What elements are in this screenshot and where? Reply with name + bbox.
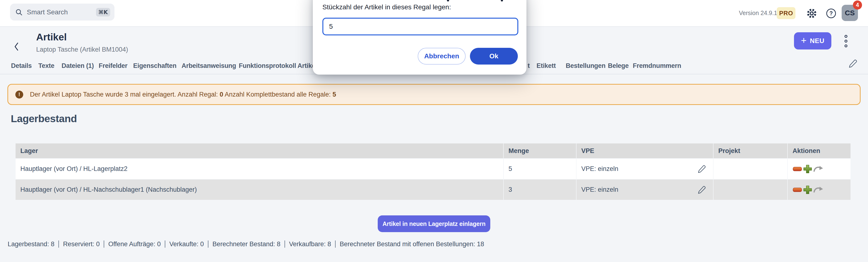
cell-menge: 5 [504,159,576,179]
version-label: Version 24.9.1 [739,9,777,16]
kebab-dot [844,40,847,43]
dialog-actions: Abbrechen Ok [418,48,518,65]
store-in-new-location-button[interactable]: Artikel in neuen Lagerplatz einlagern [378,215,490,232]
cell-vpe: VPE: einzeln [577,159,713,179]
tab-belege[interactable]: Belege [608,62,629,70]
cell-vpe: VPE: einzeln [577,180,713,200]
minus-icon [793,185,802,195]
kebab-dot [844,44,847,47]
stueckzahl-input[interactable] [322,18,518,35]
add-stock-button[interactable] [803,185,812,195]
alert-count-all: 5 [333,91,336,98]
tab-details[interactable]: Details [11,62,32,70]
summary-verkaufbare: Verkaufbare: 8 [289,240,331,248]
table-header-row: Lager Menge VPE Projekt Aktionen [16,143,850,158]
redo-arrow-icon [813,186,824,194]
alert-message: Der Artikel Laptop Tasche wurde 3 mal ei… [30,91,336,98]
chevron-left-icon [13,42,20,51]
cutoff-title-descender [501,0,503,1]
col-menge: Menge [504,143,576,158]
redo-arrow-icon [813,165,824,173]
minus-icon [793,164,802,174]
ok-button[interactable]: Ok [470,48,518,65]
cell-menge: 3 [504,180,576,200]
edit-pencil-icon[interactable] [848,59,858,68]
col-aktionen: Aktionen [788,143,850,158]
summary-offene-auftraege: Offene Aufträge: 0 [108,240,161,248]
summary-berechneter-bestand: Berechneter Bestand: 8 [212,240,280,248]
section-title: Lagerbestand [11,113,77,124]
divider [335,240,336,248]
cell-aktionen [788,180,850,200]
page-title: Artikel [36,32,67,43]
summary-lagerbestand: Lagerbestand: 8 [8,240,54,248]
tab-texte[interactable]: Texte [38,62,54,70]
summary-verkaufte: Verkaufte: 0 [169,240,204,248]
tab-funktionsprotokoll[interactable]: Funktionsprotokoll [239,62,296,70]
add-stock-button[interactable] [803,164,812,174]
search-shortcut-badge: ⌘K [96,8,110,16]
summary-bestand-offene-bestellungen: Berechneter Bestand mit offenen Bestellu… [340,240,484,248]
tab-fremdnummern[interactable]: Fremdnummern [633,62,681,70]
divider [58,240,59,248]
new-article-button[interactable]: + NEU [794,32,831,49]
edit-vpe-button[interactable] [697,164,706,174]
table-row: Hauptlager (vor Ort) / HL-Nachschublager… [16,180,850,200]
table-row: Hauptlager (vor Ort) / HL-Lagerplatz2 5 … [16,159,850,179]
back-button[interactable] [13,42,21,52]
tab-arbeitsanweisung[interactable]: Arbeitsanweisung [182,62,236,70]
cell-lager: Hauptlager (vor Ort) / HL-Lagerplatz2 [16,159,503,179]
summary-reserviert: Reserviert: 0 [63,240,100,248]
divider [104,240,104,248]
cell-projekt [714,159,787,179]
remove-stock-button[interactable] [793,185,802,195]
alert-count-regal: 0 [220,91,223,98]
plus-icon [803,185,812,195]
stock-table: Lager Menge VPE Projekt Aktionen Hauptla… [15,143,851,200]
tab-etikett[interactable]: Etikett [536,62,556,70]
move-stock-button[interactable] [813,186,824,194]
notification-badge: 4 [853,0,862,9]
col-projekt: Projekt [714,143,787,158]
stueckzahl-dialog: Stückzahl der Artikel in dieses Regal le… [313,0,526,75]
tab-fragment[interactable]: t [528,62,530,70]
warning-icon: ! [15,90,23,99]
avatar-initials: CS [845,9,855,17]
more-options-menu[interactable] [843,35,848,47]
plus-icon: + [801,36,806,45]
warning-alert: ! Der Artikel Laptop Tasche wurde 3 mal … [7,84,861,105]
stock-summary-footer: Lagerbestand: 8 Reserviert: 0 Offene Auf… [8,239,484,249]
move-stock-button[interactable] [813,165,824,173]
col-lager: Lager [16,143,503,158]
divider [284,240,285,248]
edit-vpe-button[interactable] [697,185,706,194]
dialog-label: Stückzahl der Artikel in dieses Regal le… [322,3,451,11]
divider [208,240,208,248]
cutoff-title-descender [447,0,449,1]
app-window: Smart Search ⌘K Version 24.9.1 PRO ? CS … [0,0,868,262]
remove-stock-button[interactable] [793,164,802,174]
pro-badge: PRO [777,7,796,19]
search-placeholder: Smart Search [27,8,68,16]
settings-gear-icon[interactable] [806,8,817,19]
tab-freifelder[interactable]: Freifelder [99,62,127,70]
plus-icon [803,164,812,174]
cell-projekt [714,180,787,200]
divider [165,240,165,248]
smart-search-input[interactable]: Smart Search ⌘K [10,4,115,21]
search-icon [15,8,23,16]
kebab-dot [844,35,847,38]
tab-bestellungen[interactable]: Bestellungen [566,62,606,70]
tab-dateien[interactable]: Dateien (1) [62,62,94,70]
col-vpe: VPE [577,143,713,158]
cell-aktionen [788,159,850,179]
page-subtitle: Laptop Tasche (Artikel BM1004) [36,46,128,53]
cell-lager: Hauptlager (vor Ort) / HL-Nachschublager… [16,180,503,200]
help-icon[interactable]: ? [826,9,836,18]
tab-eigenschaften[interactable]: Eigenschaften [133,62,177,70]
cancel-button[interactable]: Abbrechen [418,48,466,65]
